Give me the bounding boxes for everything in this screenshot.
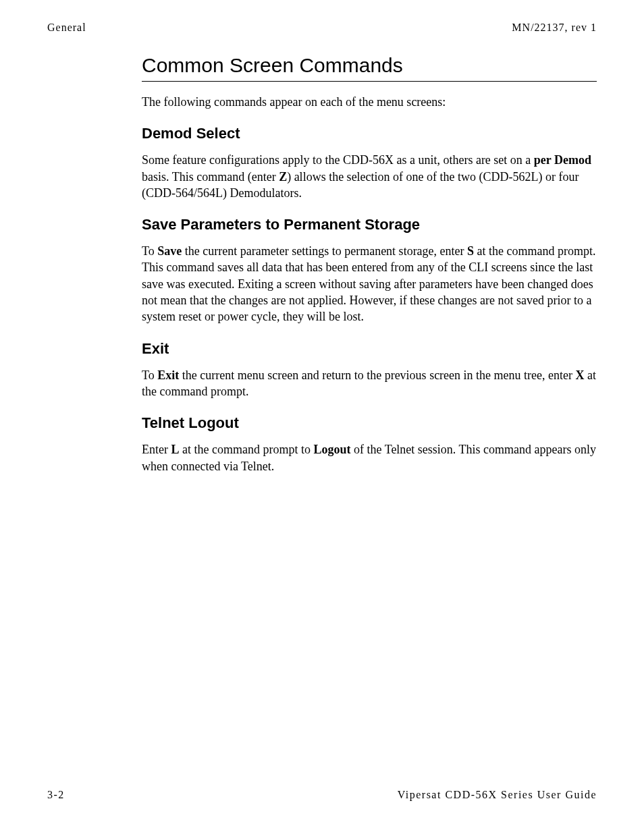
bold-text: Save (157, 244, 182, 258)
page-content: Common Screen Commands The following com… (47, 54, 597, 474)
telnet-logout-paragraph: Enter L at the command prompt to Logout … (142, 441, 597, 474)
demod-select-heading: Demod Select (142, 125, 597, 142)
header-doc-id: MN/22137, rev 1 (512, 22, 597, 34)
text: the current menu screen and return to th… (179, 368, 575, 382)
bold-text: per Demod (534, 153, 591, 167)
text: the current parameter settings to perman… (182, 244, 467, 258)
text: To (142, 368, 157, 382)
page-header: General MN/22137, rev 1 (47, 22, 597, 34)
footer-doc-title: Vipersat CDD-56X Series User Guide (398, 789, 597, 801)
bold-text: Z (279, 170, 287, 184)
text: Enter (142, 443, 171, 456)
exit-heading: Exit (142, 340, 597, 358)
page-footer: 3-2 Vipersat CDD-56X Series User Guide (47, 789, 597, 801)
bold-text: S (467, 244, 474, 258)
save-parameters-paragraph: To Save the current parameter settings t… (142, 243, 597, 325)
text: Some feature configurations apply to the… (142, 153, 534, 167)
bold-text: Exit (157, 368, 179, 382)
demod-select-paragraph: Some feature configurations apply to the… (142, 152, 597, 201)
text: at the command prompt to (180, 443, 314, 456)
page-title: Common Screen Commands (142, 54, 597, 82)
bold-text: Logout (313, 443, 350, 456)
exit-paragraph: To Exit the current menu screen and retu… (142, 367, 597, 400)
telnet-logout-heading: Telnet Logout (142, 414, 597, 432)
intro-paragraph: The following commands appear on each of… (142, 94, 597, 110)
save-parameters-heading: Save Parameters to Permanent Storage (142, 216, 597, 233)
bold-text: X (576, 368, 585, 382)
bold-text: L (171, 443, 179, 456)
header-section-label: General (47, 22, 86, 34)
text: basis. This command (enter (142, 170, 279, 184)
text: To (142, 244, 157, 258)
page-number: 3-2 (47, 789, 65, 801)
